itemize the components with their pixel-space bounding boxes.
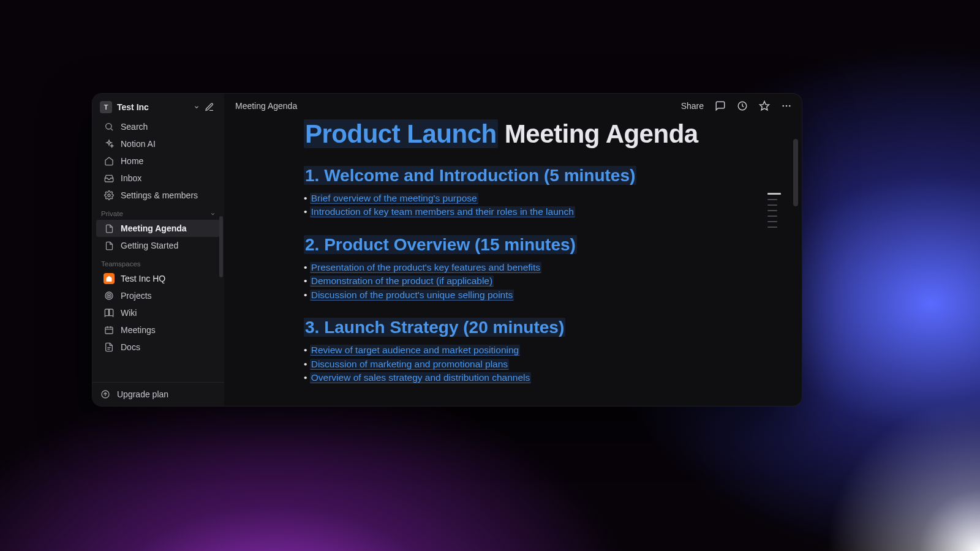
search-icon	[104, 121, 115, 132]
section-heading[interactable]: 1. Welcome and Introduction (5 minutes)	[304, 166, 728, 186]
sidebar-home[interactable]: Home	[96, 152, 221, 170]
teamspace-wiki[interactable]: Wiki	[96, 304, 221, 321]
upgrade-plan-button[interactable]: Upgrade plan	[92, 382, 224, 406]
inbox-icon	[104, 173, 115, 184]
section-heading-text: 2. Product Overview (15 minutes)	[304, 235, 577, 254]
bullet-text: Review of target audience and market pos…	[310, 345, 520, 356]
calendar-icon	[104, 324, 115, 335]
sidebar: T Test Inc Search Notion AI Ho	[92, 94, 224, 406]
title-rest: Meeting Agenda	[498, 119, 698, 148]
comments-icon[interactable]	[715, 100, 726, 111]
sidebar-page-meeting-agenda[interactable]: Meeting Agenda	[96, 220, 221, 237]
teamspace-label: Docs	[121, 342, 140, 352]
sidebar-ai[interactable]: Notion AI	[96, 135, 221, 152]
bullet-item[interactable]: Overview of sales strategy and distribut…	[304, 371, 728, 384]
sidebar-section-teamspaces-label: Teamspaces	[101, 260, 141, 268]
sidebar-settings-label: Settings & members	[121, 190, 198, 200]
sidebar-settings[interactable]: Settings & members	[96, 187, 221, 204]
teamspace-docs[interactable]: Docs	[96, 339, 221, 356]
bullet-item[interactable]: Discussion of marketing and promotional …	[304, 358, 728, 371]
bullet-text: Presentation of the product's key featur…	[310, 262, 541, 273]
sidebar-page-label: Meeting Agenda	[121, 223, 187, 233]
arrow-up-circle-icon	[100, 389, 111, 400]
sidebar-page-getting-started[interactable]: Getting Started	[96, 237, 221, 254]
teamspace-hq[interactable]: Test Inc HQ	[96, 270, 221, 287]
section-heading[interactable]: 2. Product Overview (15 minutes)	[304, 235, 728, 255]
bullet-item[interactable]: Discussion of the product's unique selli…	[304, 288, 728, 302]
main-scrollbar[interactable]	[793, 139, 798, 206]
outline-line	[767, 210, 777, 211]
outline-line	[767, 227, 777, 228]
sparkle-icon	[104, 138, 115, 149]
outline-line	[767, 221, 777, 222]
clock-icon[interactable]	[737, 100, 748, 111]
home-icon	[104, 273, 115, 284]
page-title[interactable]: Product Launch Meeting Agenda	[304, 119, 728, 149]
workspace-avatar: T	[100, 101, 112, 113]
svg-point-17	[786, 105, 788, 107]
outline-line	[767, 204, 777, 206]
svg-point-4	[107, 294, 111, 298]
page-icon	[104, 240, 115, 251]
bullet-item[interactable]: Demonstration of the product (if applica…	[304, 274, 728, 288]
sidebar-section-teamspaces[interactable]: Teamspaces	[92, 254, 224, 270]
svg-rect-6	[105, 327, 113, 334]
bullet-text: Brief overview of the meeting's purpose	[310, 193, 478, 204]
section-1: 1. Welcome and Introduction (5 minutes) …	[304, 166, 728, 219]
outline-line	[767, 216, 777, 217]
bullet-item[interactable]: Review of target audience and market pos…	[304, 343, 728, 357]
teamspace-label: Projects	[121, 291, 152, 301]
home-icon	[104, 156, 115, 167]
compose-icon[interactable]	[205, 102, 214, 112]
more-icon[interactable]	[781, 100, 792, 111]
section-bullets: Review of target audience and market pos…	[304, 343, 728, 384]
doc-icon	[104, 342, 115, 353]
main-content: Meeting Agenda Share Product Launch	[224, 94, 802, 406]
sidebar-home-label: Home	[121, 156, 143, 166]
section-bullets: Brief overview of the meeting's purpose …	[304, 192, 728, 219]
sidebar-search-label: Search	[121, 122, 148, 132]
teamspace-meetings[interactable]: Meetings	[96, 321, 221, 339]
teamspace-label: Meetings	[121, 325, 156, 335]
bullet-item[interactable]: Presentation of the product's key featur…	[304, 261, 728, 274]
workspace-name: Test Inc	[117, 102, 189, 112]
bullet-item[interactable]: Introduction of key team members and the…	[304, 205, 728, 219]
section-heading[interactable]: 3. Launch Strategy (20 minutes)	[304, 318, 728, 337]
sidebar-inbox-label: Inbox	[121, 173, 141, 183]
sidebar-section-private-label: Private	[101, 210, 123, 217]
bullet-text: Overview of sales strategy and distribut…	[310, 372, 532, 383]
bullet-text: Demonstration of the product (if applica…	[310, 276, 494, 287]
svg-point-16	[782, 105, 784, 107]
svg-point-18	[789, 105, 791, 107]
teamspace-projects[interactable]: Projects	[96, 287, 221, 304]
breadcrumb[interactable]: Meeting Agenda	[235, 101, 681, 111]
bullet-item[interactable]: Brief overview of the meeting's purpose	[304, 192, 728, 205]
svg-marker-15	[760, 102, 769, 110]
workspace-switcher[interactable]: T Test Inc	[92, 94, 224, 118]
bullet-text: Discussion of the product's unique selli…	[310, 290, 514, 301]
sidebar-search[interactable]: Search	[96, 118, 221, 135]
sidebar-inbox[interactable]: Inbox	[96, 170, 221, 187]
star-icon[interactable]	[759, 100, 770, 111]
section-bullets: Presentation of the product's key featur…	[304, 261, 728, 302]
svg-point-2	[108, 194, 110, 197]
app-window: T Test Inc Search Notion AI Ho	[92, 93, 802, 407]
title-highlight: Product Launch	[304, 119, 498, 148]
topbar: Meeting Agenda Share	[224, 94, 802, 118]
topbar-actions: Share	[681, 100, 792, 111]
sidebar-scrollbar[interactable]	[219, 216, 223, 277]
section-2: 2. Product Overview (15 minutes) Present…	[304, 235, 728, 302]
teamspace-label: Wiki	[121, 308, 137, 318]
sidebar-page-label: Getting Started	[121, 241, 178, 250]
chevron-down-icon	[210, 211, 216, 217]
svg-point-3	[105, 292, 113, 299]
upgrade-plan-label: Upgrade plan	[117, 389, 168, 399]
sidebar-section-private[interactable]: Private	[92, 204, 224, 220]
outline-line	[767, 199, 777, 200]
sidebar-ai-label: Notion AI	[121, 139, 156, 149]
share-button[interactable]: Share	[681, 101, 704, 111]
outline-minimap[interactable]	[767, 193, 781, 228]
document[interactable]: Product Launch Meeting Agenda 1. Welcome…	[224, 118, 802, 401]
outline-line	[767, 193, 781, 195]
chevron-down-icon	[194, 104, 200, 110]
